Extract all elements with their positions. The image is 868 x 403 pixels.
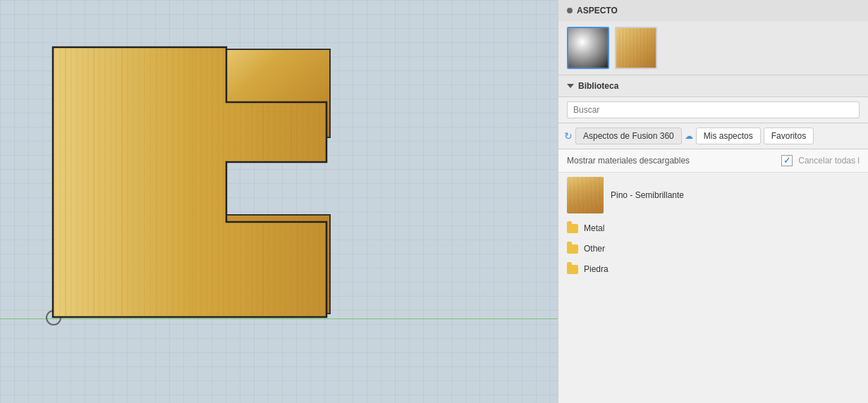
search-input[interactable] (567, 101, 860, 118)
aspecto-title: ASPECTO (577, 6, 618, 16)
tab-favoritos[interactable]: Favoritos (764, 128, 814, 144)
folder-item-metal[interactable]: Metal (558, 218, 868, 239)
thumbnail-metal[interactable] (567, 27, 609, 69)
aspecto-section: ASPECTO (558, 0, 868, 75)
collapse-icon (567, 84, 574, 88)
aspecto-thumbnails (558, 21, 868, 75)
folder-item-other[interactable]: Other (558, 239, 868, 259)
right-panel: ASPECTO Biblioteca ↻ Aspectos de Fusion … (558, 0, 868, 403)
biblioteca-section: Biblioteca ↻ Aspectos de Fusion 360 ☁ Mi… (558, 75, 868, 403)
cancelar-button[interactable]: Cancelar todas l (798, 156, 860, 166)
folder-item-piedra[interactable]: Piedra (558, 259, 868, 280)
tab-mis-aspectos[interactable]: Mis aspectos (696, 128, 761, 144)
wood-object (51, 46, 341, 321)
cloud-icon: ☁ (685, 131, 693, 141)
folder-icon-metal (567, 224, 578, 233)
canvas-area[interactable] (0, 0, 558, 403)
aspecto-dot (567, 8, 573, 13)
aspecto-header: ASPECTO (558, 0, 868, 21)
materiales-row: Mostrar materiales descargables Cancelar… (558, 149, 868, 173)
folder-label-metal: Metal (584, 223, 604, 233)
folder-label-piedra: Piedra (584, 264, 609, 274)
search-box (558, 97, 868, 123)
tab-fusion360[interactable]: Aspectos de Fusion 360 (575, 128, 682, 144)
featured-material-item[interactable]: Pino - Semibrillante (558, 173, 868, 218)
biblioteca-title: Biblioteca (578, 81, 618, 91)
materiales-checkbox[interactable] (781, 155, 793, 166)
biblioteca-header[interactable]: Biblioteca (558, 75, 868, 97)
folder-icon-other (567, 244, 578, 254)
folder-label-other: Other (584, 244, 605, 254)
tabs-row: ↻ Aspectos de Fusion 360 ☁ Mis aspectos … (558, 123, 868, 149)
folder-icon-piedra (567, 265, 578, 274)
material-name: Pino - Semibrillante (611, 190, 684, 200)
refresh-icon: ↻ (564, 130, 573, 142)
material-thumbnail (567, 177, 604, 213)
thumbnail-wood[interactable] (615, 27, 657, 69)
materiales-label: Mostrar materiales descargables (567, 156, 776, 166)
